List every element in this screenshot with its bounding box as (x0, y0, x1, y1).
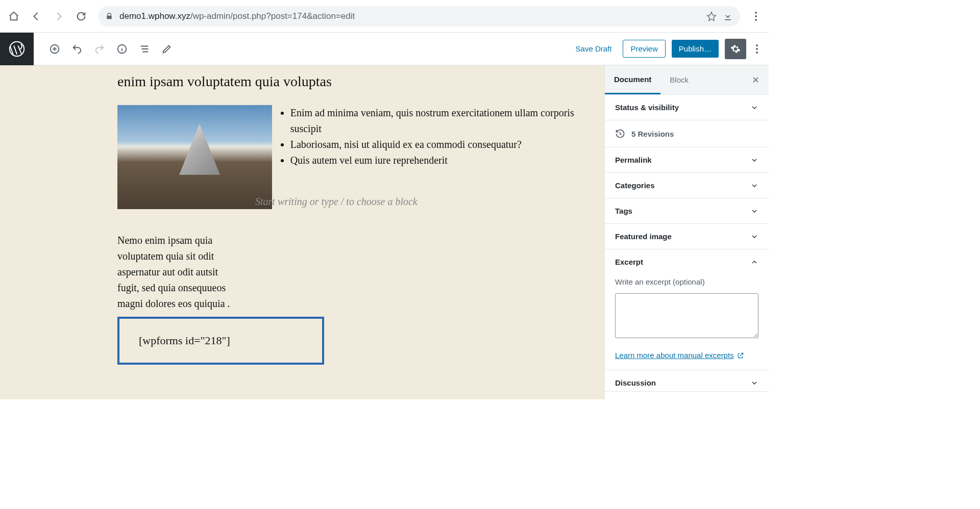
list-item[interactable]: Laboriosam, nisi ut aliquid ex ea commod… (290, 137, 604, 152)
undo-icon[interactable] (71, 43, 83, 55)
url-text: demo1.wphow.xyz/wp-admin/post.php?post=1… (119, 11, 700, 21)
more-menu-icon[interactable] (752, 44, 762, 54)
block-placeholder[interactable]: Start writing or type / to choose a bloc… (255, 196, 418, 208)
forward-icon (53, 11, 64, 22)
chevron-down-icon (750, 379, 758, 387)
list-item[interactable]: Quis autem vel eum iure reprehenderit (290, 152, 604, 168)
edit-icon[interactable] (161, 43, 173, 55)
chevron-up-icon (750, 258, 758, 266)
image-block[interactable] (117, 105, 272, 209)
wordpress-logo-icon[interactable] (0, 33, 34, 65)
add-block-icon[interactable] (49, 43, 60, 55)
panel-status-visibility[interactable]: Status & visibility (605, 95, 769, 120)
publish-button[interactable]: Publish… (672, 40, 719, 58)
excerpt-label: Write an excerpt (optional) (615, 277, 758, 286)
save-draft-button[interactable]: Save Draft (571, 40, 617, 57)
editor-canvas[interactable]: enim ipsam voluptatem quia voluptas Enim… (0, 65, 604, 399)
chevron-down-icon (750, 233, 758, 241)
list-block[interactable]: Enim ad minima veniam, quis nostrum exer… (281, 105, 604, 168)
history-icon (615, 129, 625, 139)
chevron-down-icon (750, 207, 758, 215)
panel-permalink[interactable]: Permalink (605, 147, 769, 172)
tab-document[interactable]: Document (605, 65, 660, 94)
settings-sidebar: Document Block ✕ Status & visibility 5 R… (604, 65, 769, 399)
back-icon[interactable] (31, 11, 42, 22)
list-item[interactable]: Enim ad minima veniam, quis nostrum exer… (290, 105, 604, 137)
chevron-down-icon (750, 104, 758, 112)
settings-icon[interactable] (725, 39, 746, 59)
wp-toolbar: Save Draft Preview Publish… (0, 33, 769, 65)
excerpt-textarea[interactable] (615, 293, 758, 338)
paragraph-block[interactable]: Nemo enim ipsam quia voluptatem quia sit… (117, 233, 235, 312)
browser-toolbar: demo1.wphow.xyz/wp-admin/post.php?post=1… (0, 0, 769, 33)
redo-icon (94, 43, 105, 55)
download-icon[interactable] (723, 11, 733, 21)
heading-block[interactable]: enim ipsam voluptatem quia voluptas (117, 73, 604, 90)
chevron-down-icon (750, 182, 758, 190)
chevron-down-icon (750, 156, 758, 164)
preview-button[interactable]: Preview (623, 40, 665, 58)
panel-categories[interactable]: Categories (605, 173, 769, 198)
info-icon[interactable] (116, 43, 128, 55)
outline-icon[interactable] (139, 43, 150, 55)
panel-discussion[interactable]: Discussion (605, 370, 769, 391)
home-icon[interactable] (8, 11, 19, 22)
lock-icon (105, 12, 113, 20)
panel-excerpt[interactable]: Excerpt (605, 249, 769, 274)
external-link-icon (737, 352, 744, 359)
tab-block[interactable]: Block (660, 65, 698, 94)
excerpt-learn-more-link[interactable]: Learn more about manual excerpts (615, 351, 758, 360)
star-icon[interactable] (706, 11, 717, 21)
reload-icon[interactable] (76, 11, 87, 22)
address-bar[interactable]: demo1.wphow.xyz/wp-admin/post.php?post=1… (98, 6, 740, 27)
panel-tags[interactable]: Tags (605, 198, 769, 223)
close-sidebar-icon[interactable]: ✕ (743, 74, 769, 86)
browser-menu-icon[interactable] (751, 12, 761, 21)
revisions-button[interactable]: 5 Revisions (605, 120, 769, 147)
panel-featured-image[interactable]: Featured image (605, 224, 769, 249)
shortcode-block[interactable]: [wpforms id="218"] (117, 317, 324, 365)
